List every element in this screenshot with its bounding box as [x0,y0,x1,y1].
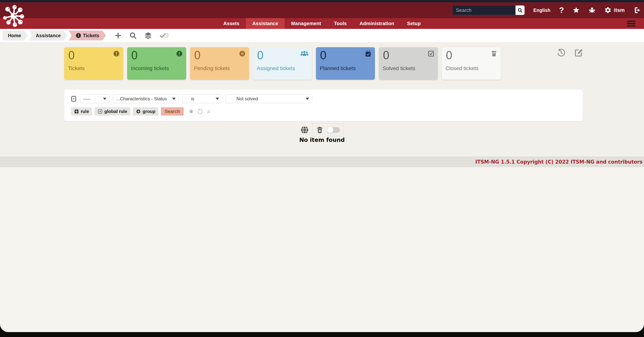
breadcrumb-assistance[interactable]: Assistance [29,30,68,40]
card-label: Solved tickets [383,65,434,72]
page-lower-area [0,167,644,332]
card-tickets[interactable]: 0 Tickets [64,47,123,80]
massive-actions-box [312,123,344,136]
toggle-knob [327,127,334,133]
settings-gear-icon [604,6,612,14]
exclamation-circle-icon [113,50,120,57]
criteria-field-value: ...Characteristics - Status [116,96,167,102]
search-submit-button[interactable] [516,6,524,15]
toggle-off[interactable] [328,127,340,133]
validation-check-clock-icon[interactable] [159,32,169,39]
card-label: Planned tickets [320,65,371,72]
add-group-button[interactable]: group [133,107,158,116]
username-label: itsm [614,7,625,13]
pause-circle-icon [239,50,246,57]
search-tickets-icon[interactable] [129,32,137,40]
search-button[interactable]: Search [161,107,184,116]
itsm-ng-logo[interactable] [3,5,25,27]
breadcrumb: Home Assistance Tickets [0,29,644,42]
search-input[interactable] [452,6,516,15]
hamburger-icon[interactable] [627,20,635,28]
criteria-value-text: Not solved [236,96,258,102]
card-closed-tickets[interactable]: 0 Closed tickets [442,47,501,80]
users-icon [300,50,308,57]
chevron-down-icon [103,98,106,100]
menu-tools[interactable]: Tools [328,18,353,29]
language-selector[interactable]: English [533,8,550,13]
breadcrumb-home[interactable]: Home [3,30,28,40]
add-ticket-plus-icon[interactable] [114,32,122,39]
add-global-rule-button[interactable]: global rule [95,107,130,116]
edit-icon[interactable] [574,48,583,57]
results-toolbar [0,123,644,136]
breadcrumb-assistance-label: Assistance [36,33,61,38]
criteria-link-value: ----- [83,96,90,102]
trash-icon[interactable] [316,126,324,134]
bug-icon[interactable] [588,6,596,14]
bookmark-star-icon[interactable] [572,6,580,14]
plus-square-solid-icon [74,109,79,114]
add-global-rule-label: global rule [104,109,127,114]
chevron-down-icon [216,98,219,100]
menu-management[interactable]: Management [284,18,328,29]
help-icon[interactable]: ? [559,6,564,14]
check-square-icon [428,50,434,57]
card-label: Incoming tickets [131,65,182,72]
card-pending-tickets[interactable]: 0 Pending tickets [190,47,249,80]
add-rule-button[interactable]: rule [71,107,92,116]
card-solved-tickets[interactable]: 0 Solved tickets [379,47,438,80]
globe-icon[interactable] [300,126,309,134]
card-assigned-tickets[interactable]: 0 Assigned tickets [253,47,312,80]
planned-count: 0 [320,50,371,61]
search-criteria-panel: ----- ...Characteristics - Status is Not… [64,90,583,121]
criteria-operator-value: is [191,96,194,102]
app-window: English ? [0,0,644,332]
copyright-text: ITSM-NG 1.5.1 Copyright (C) 2022 ITSM-NG… [475,159,642,165]
breadcrumb-tickets-label: Tickets [83,33,100,38]
card-label: Assigned tickets [257,65,308,72]
card-planned-tickets[interactable]: 0 Planned tickets [316,47,375,80]
search-icon [517,7,523,13]
global-search [452,6,524,15]
archive-icon [490,50,497,57]
closed-count: 0 [446,50,497,61]
criteria-value-select[interactable]: Not solved [226,94,312,103]
top-bar: English ? [0,2,644,18]
chevron-down-icon [306,98,309,100]
menu-assets[interactable]: Assets [217,18,246,29]
main-content: 0 Tickets 0 Incoming tickets 0 Pending t… [0,42,644,156]
empty-result-message: No item found [0,136,644,143]
criteria-operator-select[interactable]: is [182,94,222,103]
exclamation-circle-icon [76,33,81,38]
window-top-strip [0,0,644,2]
angles-up-icon[interactable] [206,109,211,114]
plus-circle-icon [136,109,141,114]
pending-count: 0 [194,50,245,61]
exclamation-circle-icon [176,50,183,57]
minus-square-icon[interactable] [71,96,76,102]
add-group-label: group [142,109,155,114]
breadcrumb-home-label: Home [8,33,21,38]
menu-administration[interactable]: Administration [353,18,400,29]
chevron-down-icon [172,98,176,100]
footer: ITSM-NG 1.5.1 Copyright (C) 2022 ITSM-NG… [0,156,644,167]
card-incoming-tickets[interactable]: 0 Incoming tickets [127,47,186,80]
bookmark-star-icon[interactable] [188,108,194,114]
layers-icon[interactable] [144,32,152,40]
user-menu[interactable]: itsm [604,6,625,14]
search-button-label: Search [165,109,180,114]
add-rule-label: rule [81,109,89,114]
card-label: Closed tickets [446,65,497,72]
undo-icon[interactable] [197,108,203,115]
tickets-count: 0 [68,50,120,61]
main-menu: Assets Assistance Management Tools Admin… [0,18,644,29]
breadcrumb-tickets[interactable]: Tickets [69,30,106,40]
card-label: Pending tickets [194,65,245,72]
history-icon[interactable] [557,48,566,57]
menu-setup[interactable]: Setup [400,18,427,29]
criteria-link-select[interactable]: ----- [80,94,110,103]
criteria-field-select[interactable]: ...Characteristics - Status [113,94,179,103]
incoming-count: 0 [131,50,182,61]
menu-assistance[interactable]: Assistance [246,18,284,29]
logout-icon[interactable] [634,6,641,14]
